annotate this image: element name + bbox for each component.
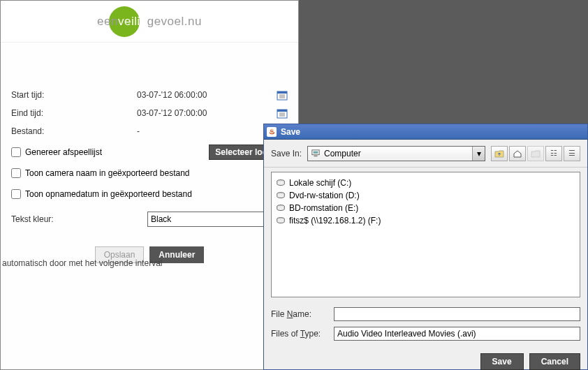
dialog-cancel-button[interactable]: Cancel	[529, 353, 580, 370]
drive-item[interactable]: BD-romstation (E:)	[276, 202, 575, 214]
gen-playlist-checkbox[interactable]	[11, 147, 21, 157]
logo-text: eenveiliggevoel.nu	[97, 15, 202, 29]
file-list[interactable]: Lokale schijf (C:) Dvd-rw-station (D:) B…	[271, 172, 580, 297]
show-camera-label: Toon camera naam in geëxporteerd bestand	[25, 168, 189, 178]
svg-rect-6	[277, 110, 287, 112]
file-type-label: Files of Type:	[271, 329, 334, 339]
list-view-button[interactable]: ☷	[545, 146, 562, 161]
partial-text: automatisch door met het volgende interv…	[2, 258, 162, 268]
logo-bar: eenveiliggevoel.nu	[1, 1, 298, 43]
show-date-label: Toon opnamedatum in geëxporteerd bestand	[25, 189, 192, 199]
save-dialog-titlebar: ♨ Save	[264, 124, 587, 140]
up-folder-button[interactable]	[491, 146, 508, 161]
start-time-value: 03-07-'12 06:00:00	[137, 90, 277, 100]
export-panel: ✖ eenveiliggevoel.nu Start tijd: 03-07-'…	[0, 0, 299, 370]
dialog-save-button[interactable]: Save	[480, 353, 524, 370]
svg-rect-1	[277, 91, 287, 94]
save-in-select[interactable]: Computer ▾	[307, 146, 485, 161]
java-icon: ♨	[267, 127, 277, 137]
home-button[interactable]	[509, 146, 526, 161]
gen-playlist-label: Genereer afspeellijst	[25, 147, 102, 157]
text-color-label: Tekst kleur:	[11, 214, 147, 224]
save-dialog-title: Save	[281, 127, 300, 137]
show-camera-checkbox[interactable]	[11, 168, 21, 178]
drive-item[interactable]: fitsz$ (\\192.168.1.2) (F:)	[276, 214, 575, 227]
drive-item[interactable]: Dvd-rw-station (D:)	[276, 189, 575, 202]
new-folder-button	[527, 146, 544, 161]
file-type-select[interactable]	[334, 327, 580, 341]
svg-rect-11	[314, 151, 318, 153]
computer-icon	[311, 149, 321, 158]
chevron-down-icon: ▾	[472, 147, 485, 161]
end-time-value: 03-07-'12 07:00:00	[137, 108, 277, 118]
svg-rect-12	[314, 155, 317, 156]
file-name-input[interactable]	[334, 307, 580, 321]
save-in-value: Computer	[324, 149, 361, 158]
end-time-label: Eind tijd:	[11, 108, 137, 118]
save-in-label: Save In:	[271, 149, 302, 158]
save-dialog: ♨ Save Save In: Computer ▾ ☷ ☰ Lokale sc…	[263, 124, 588, 370]
calendar-icon[interactable]	[277, 108, 288, 119]
file-name-label: File Name:	[271, 309, 334, 319]
calendar-icon[interactable]	[277, 89, 288, 101]
details-view-button[interactable]: ☰	[564, 146, 580, 161]
show-date-checkbox[interactable]	[11, 189, 21, 199]
start-time-label: Start tijd:	[11, 90, 137, 100]
file-label: Bestand:	[11, 126, 137, 136]
drive-item[interactable]: Lokale schijf (C:)	[276, 177, 575, 189]
